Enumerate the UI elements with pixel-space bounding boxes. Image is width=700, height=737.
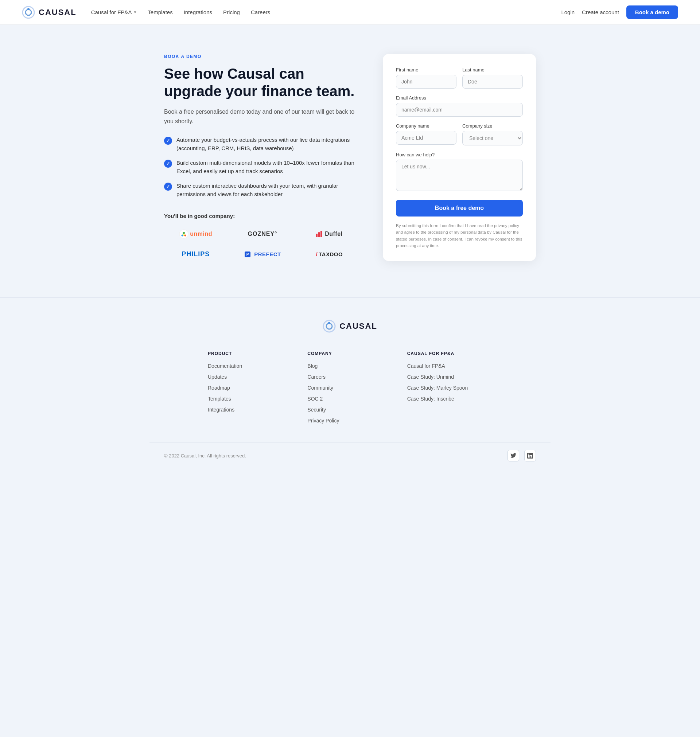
features-list: Automate your budget-vs-actuals process … [164, 136, 361, 198]
footer-fpa-title: CAUSAL FOR FP&A [407, 351, 492, 356]
feature-text-1: Automate your budget-vs-actuals process … [176, 136, 361, 152]
how-can-we-help-label: How can we help? [396, 152, 523, 157]
footer-link-case-unmind[interactable]: Case Study: Unmind [407, 374, 454, 380]
footer-link-updates[interactable]: Updates [208, 374, 227, 380]
taxdoo-text: TAXDOO [319, 251, 343, 257]
company-row: Company name Company size Select one 1-1… [396, 123, 523, 145]
logos-grid: unmind GOZNEY° Duffel P [164, 226, 361, 261]
logo-duffel: Duffel [298, 226, 361, 242]
last-name-input[interactable] [462, 75, 523, 88]
check-icon-2 [164, 160, 172, 168]
footer-link-integrations[interactable]: Integrations [208, 407, 234, 413]
linkedin-icon[interactable] [524, 450, 536, 461]
company-name-label: Company name [396, 123, 456, 129]
gozney-text: GOZNEY° [248, 231, 278, 237]
footer-logo-text: CAUSAL [340, 322, 377, 331]
prefect-icon: P [244, 251, 251, 258]
svg-point-12 [328, 322, 330, 324]
unmind-text: unmind [190, 231, 212, 237]
last-name-group: Last name [462, 67, 523, 88]
feature-text-2: Build custom multi-dimensional models wi… [176, 159, 361, 175]
footer-product-links: Documentation Updates Roadmap Templates … [208, 363, 293, 413]
footer-link-blog[interactable]: Blog [307, 363, 318, 369]
footer-link-templates[interactable]: Templates [208, 396, 231, 402]
left-column: BOOK A DEMO See how Causal can upgrade y… [164, 54, 361, 261]
how-can-we-help-textarea[interactable] [396, 160, 523, 191]
footer-product-title: PRODUCT [208, 351, 293, 356]
footer-link-soc2[interactable]: SOC 2 [307, 396, 323, 402]
book-demo-label: BOOK A DEMO [164, 54, 361, 59]
footer-link-security[interactable]: Security [307, 407, 326, 413]
footer-logo-area: CAUSAL [0, 320, 700, 333]
hero-heading: See how Causal can upgrade your finance … [164, 65, 361, 100]
first-name-label: First name [396, 67, 456, 72]
svg-point-11 [326, 323, 332, 329]
logo-unmind: unmind [164, 226, 227, 242]
feature-item-2: Build custom multi-dimensional models wi… [164, 159, 361, 175]
feature-item-3: Share custom interactive dashboards with… [164, 182, 361, 198]
email-input[interactable] [396, 103, 523, 117]
footer-col-product: PRODUCT Documentation Updates Roadmap Te… [200, 351, 300, 424]
submit-button[interactable]: Book a free demo [396, 200, 523, 216]
duffel-text: Duffel [325, 231, 342, 237]
footer-link-causal-fpa[interactable]: Causal for FP&A [407, 363, 445, 369]
nav-pricing[interactable]: Pricing [223, 9, 240, 15]
check-icon-3 [164, 183, 172, 191]
footer-link-documentation[interactable]: Documentation [208, 363, 242, 369]
nav-links: Causal for FP&A ▼ Templates Integrations… [91, 9, 562, 15]
twitter-icon[interactable] [507, 450, 519, 461]
footer-link-careers[interactable]: Careers [307, 374, 326, 380]
footer-bottom: © 2022 Causal, Inc. All rights reserved. [150, 442, 550, 469]
good-company-label: You'll be in good company: [164, 213, 361, 219]
svg-point-2 [27, 8, 29, 10]
feature-item-1: Automate your budget-vs-actuals process … [164, 136, 361, 152]
footer-link-case-marley[interactable]: Case Study: Marley Spoon [407, 385, 468, 391]
logo-text: CAUSAL [39, 8, 76, 17]
navbar: CAUSAL Causal for FP&A ▼ Templates Integ… [0, 0, 700, 25]
taxdoo-slash: / [316, 251, 318, 258]
svg-point-6 [182, 235, 183, 236]
footer-link-community[interactable]: Community [307, 385, 333, 391]
logo[interactable]: CAUSAL [22, 6, 76, 19]
footer-col-company: COMPANY Blog Careers Community SOC 2 Sec… [300, 351, 400, 424]
duffel-icon [316, 231, 322, 237]
book-demo-button[interactable]: Book a demo [626, 6, 678, 19]
svg-point-5 [183, 232, 185, 234]
hero-subtext: Book a free personalised demo today and … [164, 107, 361, 126]
chevron-down-icon: ▼ [133, 10, 137, 14]
logo-philips: PHILIPS [164, 248, 227, 261]
footer-link-roadmap[interactable]: Roadmap [208, 385, 230, 391]
create-account-link[interactable]: Create account [582, 9, 619, 15]
main-content: BOOK A DEMO See how Causal can upgrade y… [150, 25, 550, 297]
footer: CAUSAL PRODUCT Documentation Updates Roa… [0, 297, 700, 469]
company-size-group: Company size Select one 1-10 11-50 51-20… [462, 123, 523, 145]
philips-text: PHILIPS [182, 250, 210, 258]
footer-logo-icon [323, 320, 336, 333]
check-icon-1 [164, 137, 172, 145]
footer-company-links: Blog Careers Community SOC 2 Security Pr… [307, 363, 392, 424]
footer-link-privacy[interactable]: Privacy Policy [307, 418, 339, 424]
unmind-icon [179, 229, 188, 239]
form-disclaimer: By submitting this form I confirm that I… [396, 222, 523, 249]
last-name-label: Last name [462, 67, 523, 72]
nav-templates[interactable]: Templates [148, 9, 172, 15]
company-name-input[interactable] [396, 131, 456, 145]
company-size-label: Company size [462, 123, 523, 129]
footer-col-fpa: CAUSAL FOR FP&A Causal for FP&A Case Stu… [400, 351, 500, 424]
login-link[interactable]: Login [561, 9, 575, 15]
email-group: Email Address [396, 95, 523, 117]
causal-logo-icon [22, 6, 35, 19]
footer-columns: PRODUCT Documentation Updates Roadmap Te… [186, 351, 514, 424]
nav-integrations[interactable]: Integrations [184, 9, 212, 15]
logo-gozney: GOZNEY° [231, 226, 294, 242]
prefect-text: PREFECT [254, 251, 281, 257]
email-label: Email Address [396, 95, 523, 101]
footer-social [507, 450, 536, 461]
logo-taxdoo: / TAXDOO [298, 248, 361, 261]
first-name-input[interactable] [396, 75, 456, 88]
svg-point-1 [25, 9, 31, 15]
company-size-select[interactable]: Select one 1-10 11-50 51-200 201-500 501… [462, 131, 523, 145]
nav-careers[interactable]: Careers [251, 9, 270, 15]
nav-causal-fpa[interactable]: Causal for FP&A ▼ [91, 9, 137, 15]
footer-link-case-inscribe[interactable]: Case Study: Inscribe [407, 396, 454, 402]
